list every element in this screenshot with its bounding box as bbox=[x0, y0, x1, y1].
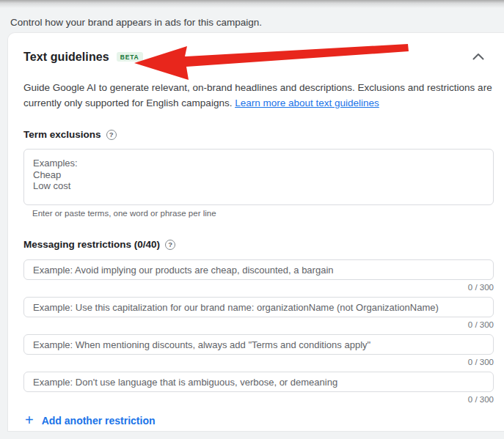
help-icon[interactable]: ? bbox=[106, 130, 117, 140]
learn-more-link[interactable]: Learn more about text guidelines bbox=[235, 97, 379, 108]
help-icon[interactable]: ? bbox=[165, 240, 175, 250]
restriction-input-2[interactable] bbox=[23, 297, 494, 317]
beta-badge: BETA bbox=[117, 52, 143, 62]
term-exclusions-helper: Enter or paste terms, one word or phrase… bbox=[32, 209, 493, 218]
text-guidelines-card: Text guidelines BETA Guide Google AI to … bbox=[7, 32, 504, 432]
restriction-field-group: 0 / 300 bbox=[23, 259, 494, 293]
term-exclusions-textarea[interactable] bbox=[23, 149, 494, 205]
collapse-section-button[interactable] bbox=[468, 47, 489, 67]
add-another-restriction-label: Add another restriction bbox=[42, 415, 156, 427]
char-counter: 0 / 300 bbox=[23, 358, 494, 368]
term-exclusions-label-row: Term exclusions ? bbox=[23, 129, 493, 140]
messaging-restrictions-label: Messaging restrictions (0/40) bbox=[23, 239, 160, 250]
intro-text: Control how your brand appears in ads fo… bbox=[0, 8, 504, 32]
messaging-restrictions-label-row: Messaging restrictions (0/40) ? bbox=[23, 239, 493, 250]
restriction-input-3[interactable] bbox=[23, 334, 494, 355]
add-another-restriction-button[interactable]: + Add another restriction bbox=[23, 410, 156, 431]
term-exclusions-label: Term exclusions bbox=[23, 129, 101, 140]
restriction-field-group: 0 / 300 bbox=[23, 334, 494, 368]
chevron-up-icon bbox=[472, 51, 484, 62]
top-shadow bbox=[0, 0, 504, 8]
char-counter: 0 / 300 bbox=[23, 395, 494, 405]
char-counter: 0 / 300 bbox=[23, 320, 494, 331]
plus-icon: + bbox=[25, 413, 34, 427]
restriction-input-4[interactable] bbox=[23, 372, 494, 392]
card-title: Text guidelines bbox=[23, 51, 109, 64]
char-counter: 0 / 300 bbox=[23, 283, 494, 293]
section-description: Guide Google AI to generate relevant, on… bbox=[23, 80, 493, 111]
card-title-wrap: Text guidelines BETA bbox=[23, 51, 143, 64]
card-header: Text guidelines BETA bbox=[23, 33, 493, 65]
restriction-input-1[interactable] bbox=[23, 259, 494, 280]
restriction-field-group: 0 / 300 bbox=[23, 297, 494, 331]
restriction-field-group: 0 / 300 bbox=[23, 372, 494, 405]
